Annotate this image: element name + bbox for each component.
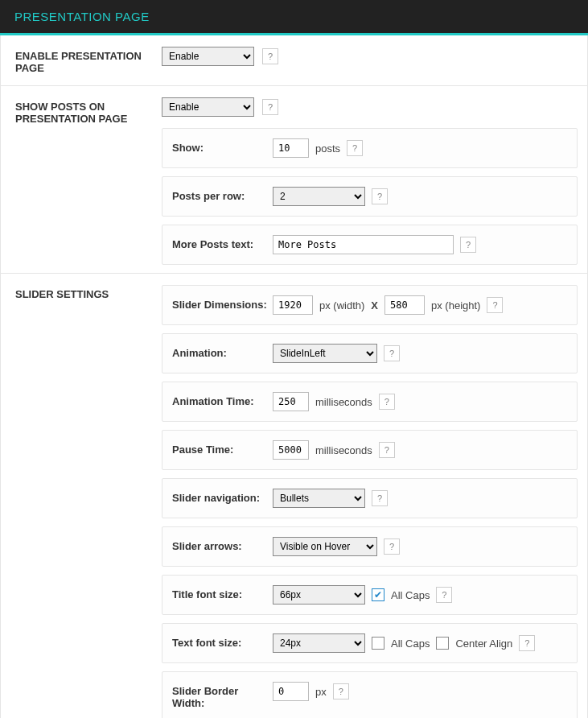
- help-icon[interactable]: ?: [333, 683, 349, 699]
- slider-width-input[interactable]: [273, 295, 313, 315]
- show-count-unit: posts: [315, 142, 340, 155]
- dimensions-label: Slider Dimensions:: [172, 295, 273, 311]
- panel-title: PRESENTATION PAGE: [14, 10, 574, 23]
- text-center-label: Center Align: [455, 638, 512, 650]
- anim-time-label: Animation Time:: [172, 392, 273, 407]
- anim-time-unit: milliseconds: [315, 396, 372, 408]
- text-font-select[interactable]: 24px: [273, 633, 365, 653]
- pause-time-input[interactable]: [273, 440, 309, 460]
- section-slider: Slider Settings Slider Dimensions: px (w…: [1, 274, 587, 718]
- width-unit: px (width): [319, 299, 364, 312]
- title-allcaps-label: All Caps: [391, 589, 430, 601]
- help-icon[interactable]: ?: [347, 140, 363, 156]
- title-font-select[interactable]: 66px: [273, 585, 365, 605]
- help-icon[interactable]: ?: [372, 490, 388, 506]
- help-icon[interactable]: ?: [460, 237, 476, 253]
- help-icon[interactable]: ?: [519, 635, 535, 651]
- panel-content: Enable Presentation Page Enable ? Show P…: [0, 35, 588, 718]
- help-icon[interactable]: ?: [487, 297, 503, 313]
- dim-separator: X: [371, 299, 378, 312]
- enable-page-select[interactable]: Enable: [162, 47, 254, 66]
- settings-panel: PRESENTATION PAGE Enable Presentation Pa…: [0, 0, 588, 718]
- text-center-checkbox[interactable]: [436, 637, 449, 650]
- title-font-label: Title font size:: [172, 585, 273, 600]
- help-icon[interactable]: ?: [379, 394, 395, 410]
- arrows-select[interactable]: Visible on Hover: [273, 537, 377, 556]
- border-width-input[interactable]: [273, 682, 309, 701]
- help-icon[interactable]: ?: [262, 99, 278, 115]
- help-icon[interactable]: ?: [379, 442, 395, 458]
- help-icon[interactable]: ?: [384, 538, 400, 555]
- text-allcaps-label: All Caps: [391, 638, 430, 650]
- pause-time-unit: milliseconds: [315, 444, 372, 456]
- title-allcaps-checkbox[interactable]: ✔: [372, 588, 384, 601]
- slider-height-input[interactable]: [384, 295, 425, 315]
- panel-header: PRESENTATION PAGE: [0, 0, 588, 35]
- nav-select[interactable]: Bullets: [273, 489, 365, 508]
- nav-label: Slider navigation:: [172, 489, 273, 504]
- enable-page-label: Enable Presentation Page: [1, 35, 162, 85]
- text-font-label: Text font size:: [172, 633, 273, 649]
- border-width-unit: px: [315, 686, 327, 698]
- per-row-select[interactable]: 2: [273, 187, 365, 206]
- border-width-label: Slider Border Width:: [172, 682, 273, 709]
- show-count-label: Show:: [172, 138, 273, 154]
- more-text-label: More Posts text:: [172, 235, 273, 250]
- help-icon[interactable]: ?: [262, 48, 278, 64]
- text-allcaps-checkbox[interactable]: [372, 637, 384, 650]
- section-show-posts: Show Posts on Presentation Page Enable ?…: [1, 86, 587, 274]
- animation-select[interactable]: SlideInLeft: [273, 344, 377, 363]
- help-icon[interactable]: ?: [436, 587, 452, 603]
- arrows-label: Slider arrows:: [172, 537, 273, 552]
- pause-time-label: Pause Time:: [172, 440, 273, 456]
- slider-label: Slider Settings: [1, 274, 162, 718]
- show-count-input[interactable]: [273, 138, 309, 158]
- help-icon[interactable]: ?: [384, 345, 400, 361]
- anim-time-input[interactable]: [273, 392, 309, 411]
- section-enable-page: Enable Presentation Page Enable ?: [1, 35, 587, 86]
- show-posts-label: Show Posts on Presentation Page: [1, 86, 162, 273]
- animation-label: Animation:: [172, 344, 273, 359]
- show-posts-select[interactable]: Enable: [162, 97, 254, 117]
- per-row-label: Posts per row:: [172, 187, 273, 202]
- help-icon[interactable]: ?: [372, 188, 388, 204]
- more-text-input[interactable]: [273, 235, 454, 254]
- height-unit: px (height): [431, 299, 480, 312]
